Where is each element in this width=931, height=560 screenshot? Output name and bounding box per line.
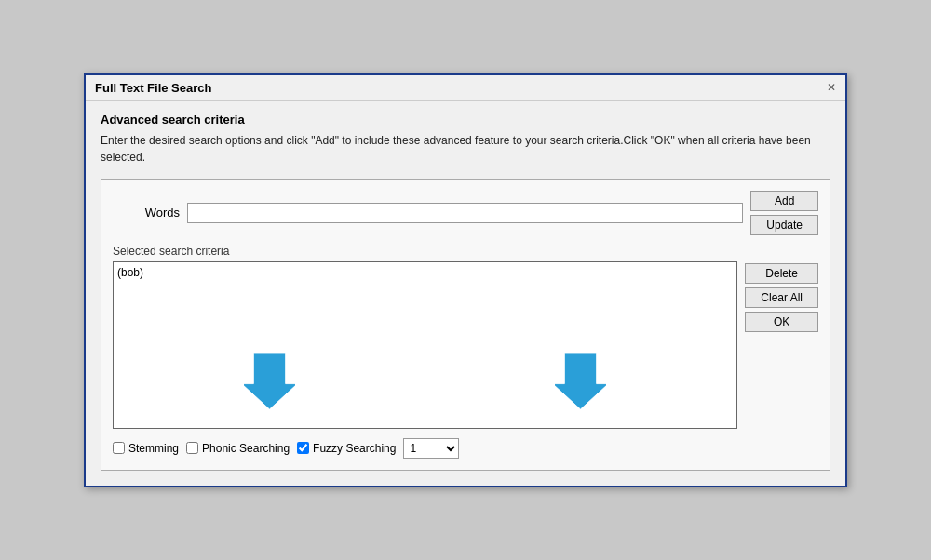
arrow-down-left-icon: [244, 353, 295, 409]
svg-marker-1: [555, 353, 606, 409]
close-icon[interactable]: ✕: [827, 81, 836, 94]
arrow-down-right-icon: [555, 353, 606, 409]
phonic-checkbox[interactable]: [186, 442, 198, 454]
svg-marker-0: [244, 353, 295, 409]
words-input[interactable]: [187, 203, 743, 223]
fuzzy-select[interactable]: 1 2 3 4 5: [403, 438, 459, 459]
stemming-checkbox[interactable]: [113, 442, 125, 454]
criteria-label: Selected search criteria: [113, 245, 737, 258]
section-title: Advanced search criteria: [101, 113, 830, 127]
title-bar: Full Text File Search ✕: [86, 75, 845, 101]
fuzzy-checkbox[interactable]: [297, 442, 309, 454]
update-button[interactable]: Update: [750, 215, 818, 235]
clear-all-button[interactable]: Clear All: [745, 287, 818, 308]
inner-panel: Words Add Update Selected search criteri…: [101, 179, 830, 471]
fuzzy-checkbox-label[interactable]: Fuzzy Searching: [297, 442, 396, 455]
add-update-buttons: Add Update: [750, 191, 818, 235]
stemming-checkbox-label[interactable]: Stemming: [113, 442, 179, 455]
criteria-item: (bob): [117, 266, 733, 279]
stemming-label: Stemming: [128, 442, 179, 455]
full-text-search-dialog: Full Text File Search ✕ Advanced search …: [84, 73, 847, 487]
dialog-body: Advanced search criteria Enter the desir…: [86, 101, 845, 486]
criteria-box[interactable]: (bob): [113, 261, 737, 429]
words-label: Words: [113, 206, 187, 220]
criteria-action-buttons: Delete Clear All OK: [745, 245, 818, 332]
description-text: Enter the desired search options and cli…: [101, 132, 830, 166]
words-row: Words Add Update: [113, 191, 818, 235]
criteria-left: Selected search criteria (bob): [113, 245, 737, 429]
ok-button[interactable]: OK: [745, 312, 818, 332]
dialog-title: Full Text File Search: [95, 81, 211, 95]
phonic-label: Phonic Searching: [202, 442, 290, 455]
delete-button[interactable]: Delete: [745, 263, 818, 284]
arrows-container: [114, 353, 736, 409]
phonic-checkbox-label[interactable]: Phonic Searching: [186, 442, 290, 455]
criteria-section: Selected search criteria (bob): [113, 245, 818, 429]
add-button[interactable]: Add: [750, 191, 818, 211]
fuzzy-label: Fuzzy Searching: [313, 442, 396, 455]
options-row: Stemming Phonic Searching Fuzzy Searchin…: [113, 438, 818, 459]
